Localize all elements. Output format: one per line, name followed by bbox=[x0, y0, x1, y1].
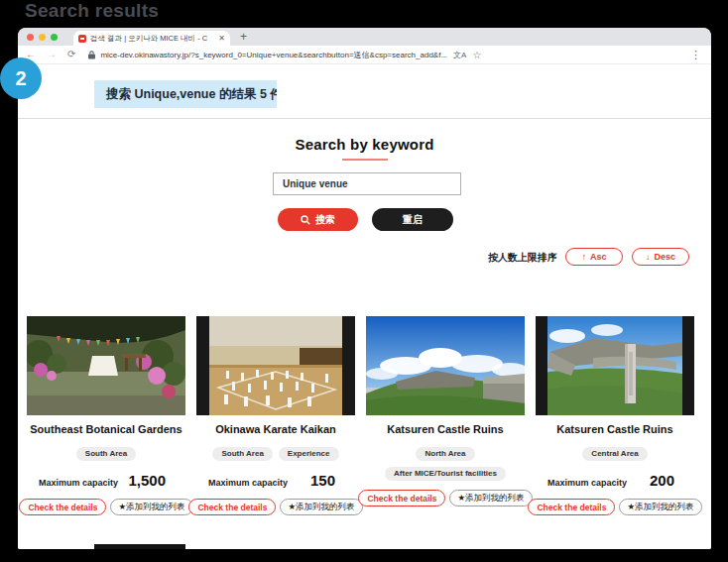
venue-photo-castle-monument bbox=[536, 316, 694, 415]
area-tag: North Area bbox=[416, 447, 474, 461]
tab-title: 검색 결과 | 오키나와 MICE 내비 - C bbox=[90, 34, 214, 44]
venue-photo-castle-ruins bbox=[366, 316, 525, 415]
search-section-heading: Search by keyword bbox=[18, 136, 711, 153]
add-to-list-button[interactable]: ★添加到我的列表 bbox=[280, 499, 362, 515]
capacity-label: Maximum capacity bbox=[39, 478, 118, 488]
browser-menu-icon[interactable]: ⋮ bbox=[690, 49, 701, 61]
search-button[interactable]: 搜索 bbox=[278, 208, 358, 231]
browser-tab[interactable]: 검색 결과 | 오키나와 MICE 내비 - C ✕ bbox=[73, 31, 230, 46]
add-to-list-button[interactable]: ★添加到我的列表 bbox=[110, 499, 192, 515]
lock-icon bbox=[88, 51, 95, 59]
area-tag: South Area bbox=[76, 447, 136, 461]
arrow-up-icon: ↑ bbox=[581, 252, 586, 262]
capacity-value: 150 bbox=[310, 472, 335, 489]
result-card: Katsuren Castle Ruins North Area After M… bbox=[366, 316, 525, 506]
reset-button-label: 重启 bbox=[403, 213, 423, 227]
step-title: Search results bbox=[25, 0, 159, 22]
new-tab-button[interactable]: + bbox=[240, 31, 247, 43]
heading-underline bbox=[342, 159, 388, 161]
venue-title: Okinawa Karate Kaikan bbox=[196, 423, 355, 436]
capacity-label: Maximum capacity bbox=[547, 478, 627, 488]
category-tag: After MICE/Tourist facilities bbox=[385, 467, 506, 481]
tab-close-icon[interactable]: ✕ bbox=[218, 35, 225, 43]
footer-section-edge bbox=[94, 544, 185, 549]
arrow-down-icon: ↓ bbox=[646, 252, 651, 262]
search-button-label: 搜索 bbox=[315, 213, 335, 227]
step-number-badge: 2 bbox=[0, 57, 42, 99]
translate-icon[interactable]: 文A bbox=[453, 50, 466, 60]
tab-strip: 검색 결과 | 오키나와 MICE 내비 - C ✕ + bbox=[18, 28, 711, 46]
browser-window: 검색 결과 | 오키나와 MICE 내비 - C ✕ + ← → ⟳ mice-… bbox=[18, 28, 711, 549]
browser-toolbar: ← → ⟳ mice-dev.okinawastory.jp/?s_keywor… bbox=[18, 46, 711, 64]
site-favicon-icon bbox=[78, 35, 86, 43]
sort-desc-button[interactable]: ↓ Desc bbox=[632, 248, 689, 266]
result-count-banner: 搜索 Unique,venue 的结果 5 件 bbox=[94, 80, 277, 108]
category-tag: Experience bbox=[279, 447, 339, 461]
venue-title: Southeast Botanical Gardens bbox=[27, 423, 185, 436]
venue-photo-karate-hall bbox=[196, 316, 355, 415]
capacity-value: 200 bbox=[650, 472, 674, 489]
add-to-list-button[interactable]: ★添加到我的列表 bbox=[619, 499, 701, 515]
check-details-button[interactable]: Check the details bbox=[19, 499, 106, 515]
header-divider bbox=[18, 118, 711, 119]
reload-icon[interactable]: ⟳ bbox=[67, 50, 75, 59]
bookmark-star-icon[interactable]: ☆ bbox=[472, 50, 481, 60]
search-icon bbox=[301, 215, 310, 225]
reset-button[interactable]: 重启 bbox=[372, 208, 453, 231]
result-card: Okinawa Karate Kaikan South Area Experie… bbox=[196, 316, 355, 515]
forward-icon[interactable]: → bbox=[47, 50, 57, 59]
address-bar[interactable]: mice-dev.okinawastory.jp/?s_keyword_0=Un… bbox=[100, 50, 447, 60]
result-card: Southeast Botanical Gardens South Area M… bbox=[27, 316, 185, 515]
sort-asc-button[interactable]: ↑ Asc bbox=[565, 248, 623, 266]
venue-photo-garden bbox=[27, 316, 185, 415]
maximize-window-button[interactable] bbox=[51, 34, 58, 41]
check-details-button[interactable]: Check the details bbox=[528, 499, 615, 515]
area-tag: South Area bbox=[212, 447, 272, 461]
minimize-window-button[interactable] bbox=[39, 34, 46, 41]
area-tag: Central Area bbox=[582, 447, 647, 461]
sort-label: 按人数上限排序 bbox=[488, 251, 557, 265]
sort-desc-label: Desc bbox=[654, 252, 675, 262]
guide-canvas: Search results 2 검색 결과 | 오키나와 MICE 내비 - … bbox=[0, 0, 728, 562]
window-controls bbox=[27, 34, 58, 41]
webpage: 搜索 Unique,venue 的结果 5 件 Search by keywor… bbox=[18, 64, 711, 549]
venue-title: Katsuren Castle Ruins bbox=[536, 423, 694, 436]
check-details-button[interactable]: Check the details bbox=[358, 490, 445, 506]
add-to-list-button[interactable]: ★添加到我的列表 bbox=[449, 490, 532, 506]
close-window-button[interactable] bbox=[27, 34, 34, 41]
result-card: Katsuren Castle Ruins Central Area Maxim… bbox=[536, 316, 694, 515]
sort-asc-label: Asc bbox=[590, 252, 607, 262]
capacity-label: Maximum capacity bbox=[208, 478, 288, 488]
venue-title: Katsuren Castle Ruins bbox=[366, 423, 525, 436]
keyword-input[interactable] bbox=[273, 172, 461, 195]
capacity-value: 1,500 bbox=[128, 472, 166, 489]
check-details-button[interactable]: Check the details bbox=[188, 499, 276, 515]
